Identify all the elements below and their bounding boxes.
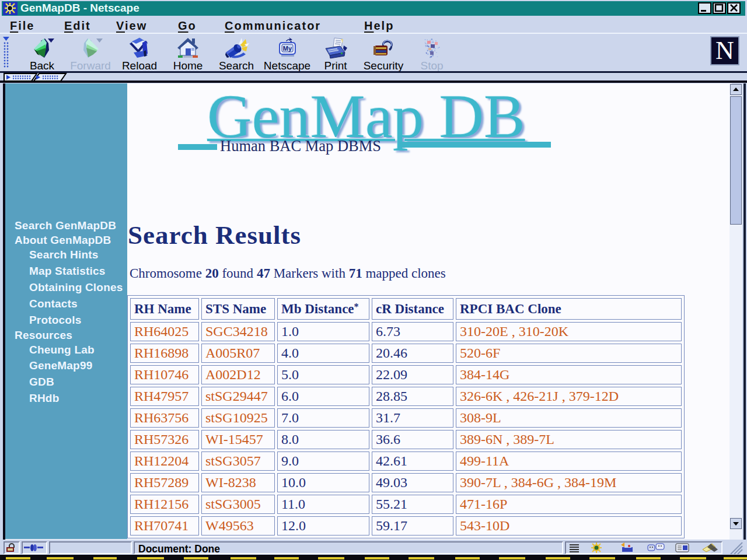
svg-text:My: My bbox=[283, 45, 292, 52]
